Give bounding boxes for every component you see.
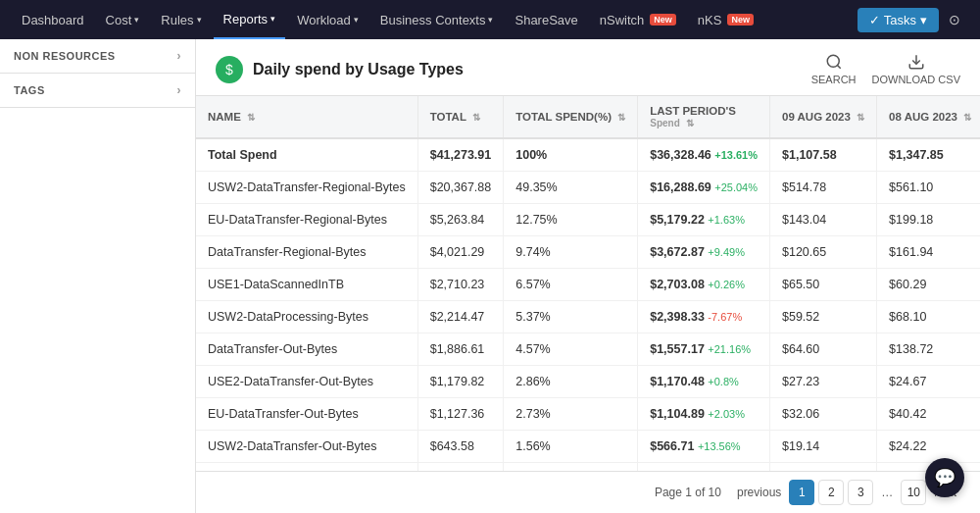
nav-item-nks[interactable]: nKS New — [688, 0, 763, 39]
col-header-name[interactable]: NAME ⇅ — [196, 96, 417, 138]
cell-08aug: $60.29 — [877, 269, 980, 301]
nav-item-business-contexts[interactable]: Business Contexts ▾ — [370, 0, 504, 39]
nav-label-nswitch: nSwitch — [600, 13, 645, 27]
download-csv-button[interactable]: DOWNLOAD CSV — [872, 53, 960, 85]
page-title-wrap: $ Daily spend by Usage Types — [216, 56, 464, 83]
table-row: USW2-DataTransfer-Out-Bytes $643.58 1.56… — [196, 431, 980, 463]
table-row: USW2-DataTransfer-Regional-Bytes $20,367… — [196, 172, 980, 204]
nav-item-sharesave[interactable]: ShareSave — [505, 0, 587, 39]
col-last-period-label: LAST PERIOD'S — [650, 105, 736, 117]
sidebar-tags-label: TAGS — [14, 84, 45, 96]
cell-pct: 100% — [504, 138, 638, 172]
cell-pct: 1.56% — [504, 431, 638, 463]
tasks-button[interactable]: ✓ Tasks ▾ — [858, 8, 939, 32]
cell-09aug: $1,107.58 — [770, 138, 877, 172]
col-08aug-label: 08 AUG 2023 — [889, 111, 957, 123]
cell-pct: 49.35% — [504, 172, 638, 204]
download-icon — [907, 53, 925, 71]
col-header-08aug[interactable]: 08 AUG 2023 ⇅ — [877, 96, 980, 138]
cell-name: USE1-DataScannedInTB — [196, 269, 417, 301]
cell-name: Total Spend — [196, 138, 417, 172]
cell-08aug: $138.72 — [877, 333, 980, 366]
col-09aug-label: 09 AUG 2023 — [782, 111, 851, 123]
chevron-down-icon: ▾ — [270, 14, 275, 24]
cell-last-period: $5,179.22 +1.63% — [638, 204, 770, 236]
cell-last-period: $1,170.48 +0.8% — [638, 366, 770, 398]
cell-pct: 1.31% — [504, 463, 638, 472]
search-button[interactable]: SEARCH — [811, 53, 857, 85]
top-nav: Dashboard Cost ▾ Rules ▾ Reports ▾ Workl… — [0, 0, 980, 39]
sidebar-section-header-tags[interactable]: TAGS › — [0, 74, 195, 107]
table-row: DataTransfer-Regional-Bytes $4,021.29 9.… — [196, 236, 980, 269]
page-btn-10[interactable]: 10 — [901, 480, 926, 505]
col-total-pct-label: TOTAL SPEND(%) — [515, 111, 612, 123]
cell-last-period: $16,288.69 +25.04% — [638, 172, 770, 204]
cell-name: EU-DataTransfer-Regional-Bytes — [196, 204, 417, 236]
chevron-down-icon: ▾ — [354, 15, 359, 25]
nav-item-rules[interactable]: Rules ▾ — [151, 0, 211, 39]
cell-total: $2,214.47 — [417, 301, 504, 333]
nav-item-dashboard[interactable]: Dashboard — [12, 0, 94, 39]
cell-pct: 4.57% — [504, 333, 638, 366]
page-btn-2[interactable]: 2 — [818, 480, 844, 505]
sort-icon-total: ⇅ — [472, 112, 480, 123]
nav-label-sharesave: ShareSave — [514, 13, 577, 27]
cell-pct: 5.37% — [504, 301, 638, 333]
page-btn-3[interactable]: 3 — [848, 480, 873, 505]
nav-label-nks: nKS — [698, 13, 722, 27]
nav-item-workload[interactable]: Workload ▾ — [287, 0, 368, 39]
cell-total: $4,021.29 — [417, 236, 504, 269]
cell-last-period: $2,703.08 +0.26% — [638, 269, 770, 301]
table-row: EU-DataProcessing-Bytes $542.08 1.31% $2… — [196, 463, 980, 472]
cell-total: $20,367.88 — [417, 172, 504, 204]
nav-item-reports[interactable]: Reports ▾ — [214, 0, 286, 39]
cell-total: $1,127.36 — [417, 398, 504, 431]
cell-last-period: $3,672.87 +9.49% — [638, 236, 770, 269]
cell-total: $2,710.23 — [417, 269, 504, 301]
cell-name: USW2-DataProcessing-Bytes — [196, 301, 417, 333]
page-btn-1[interactable]: 1 — [789, 480, 814, 505]
cell-pct: 2.73% — [504, 398, 638, 431]
nav-label-dashboard: Dashboard — [22, 13, 84, 27]
cell-last-period: $36,328.46 +13.61% — [638, 138, 770, 172]
page-header: $ Daily spend by Usage Types SEARCH DOWN… — [196, 39, 980, 96]
nav-label-business-contexts: Business Contexts — [380, 13, 486, 27]
data-table-wrap: NAME ⇅ TOTAL ⇅ TOTAL SPEND(%) ⇅ LAST P — [196, 96, 980, 471]
cell-last-period: $1,104.89 +2.03% — [638, 398, 770, 431]
download-label: DOWNLOAD CSV — [872, 74, 960, 85]
col-header-09aug[interactable]: 09 AUG 2023 ⇅ — [770, 96, 877, 138]
cell-last-period: $566.71 +13.56% — [638, 431, 770, 463]
sort-icon-08aug: ⇅ — [963, 112, 971, 123]
previous-page-button[interactable]: previous — [733, 486, 785, 499]
tasks-label: Tasks — [884, 13, 916, 27]
sidebar: NON RESOURCES › TAGS › — [0, 39, 196, 513]
nav-item-nswitch[interactable]: nSwitch New — [590, 0, 686, 39]
col-header-total[interactable]: TOTAL ⇅ — [417, 96, 504, 138]
cell-last-period: $1,557.17 +21.16% — [638, 333, 770, 366]
col-header-last-period[interactable]: LAST PERIOD'S Spend ⇅ — [638, 96, 770, 138]
main-layout: NON RESOURCES › TAGS › $ Daily spend by … — [0, 39, 980, 513]
svg-point-0 — [827, 55, 839, 67]
cell-09aug: $16.44 — [770, 463, 877, 472]
chevron-down-icon: ▾ — [488, 15, 493, 25]
sidebar-section-header-non-resources[interactable]: NON RESOURCES › — [0, 39, 195, 73]
cell-total: $41,273.91 — [417, 138, 504, 172]
nav-label-cost: Cost — [106, 13, 132, 27]
tasks-chevron-icon: ▾ — [920, 13, 927, 27]
header-actions: SEARCH DOWNLOAD CSV — [811, 53, 960, 85]
cell-name: USW2-DataTransfer-Out-Bytes — [196, 431, 417, 463]
table-row: Total Spend $41,273.91 100% $36,328.46 +… — [196, 138, 980, 172]
nav-item-cost[interactable]: Cost ▾ — [96, 0, 150, 39]
help-button[interactable]: ⊙ — [941, 6, 968, 33]
cell-pct: 9.74% — [504, 236, 638, 269]
table-row: USE1-DataScannedInTB $2,710.23 6.57% $2,… — [196, 269, 980, 301]
nav-label-rules: Rules — [161, 13, 193, 27]
chat-bubble[interactable]: 💬 — [925, 458, 964, 497]
col-header-total-pct[interactable]: TOTAL SPEND(%) ⇅ — [504, 96, 638, 138]
cell-09aug: $120.65 — [770, 236, 877, 269]
page-ellipsis: … — [877, 486, 897, 499]
cell-09aug: $59.52 — [770, 301, 877, 333]
cell-name: DataTransfer-Regional-Bytes — [196, 236, 417, 269]
cell-total: $1,179.82 — [417, 366, 504, 398]
col-total-label: TOTAL — [430, 111, 466, 123]
